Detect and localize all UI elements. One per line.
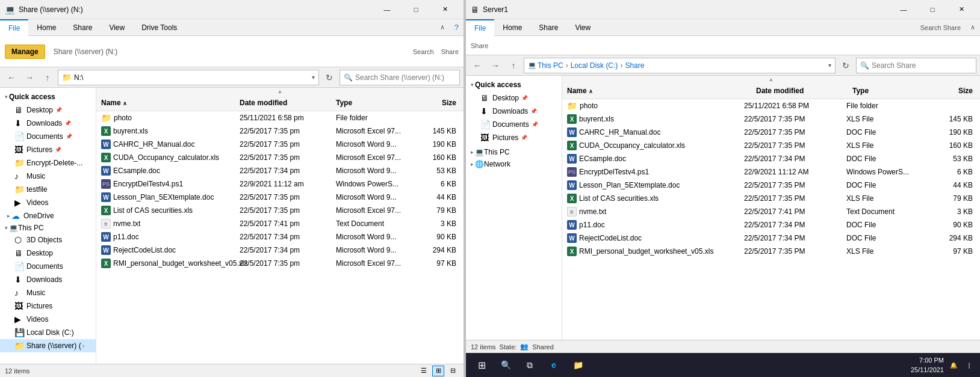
- sidebar-item-share[interactable]: 📁 Share (\\server) ( ›: [0, 339, 96, 352]
- breadcrumb-share[interactable]: Share: [625, 61, 644, 70]
- up-button[interactable]: ↑: [40, 70, 55, 85]
- tab-home[interactable]: Home: [28, 19, 64, 36]
- address-input[interactable]: [74, 73, 309, 82]
- r-sidebar-desktop[interactable]: 🖥 Desktop 📌: [466, 91, 562, 105]
- col-header-size[interactable]: Size: [415, 97, 464, 108]
- table-row[interactable]: W Lesson_Plan_5EXtemplate.doc 22/5/2017 …: [562, 179, 980, 192]
- table-row[interactable]: 📁 photo 25/11/2021 6:58 pm File folder: [96, 111, 464, 124]
- r-forward-button[interactable]: →: [488, 58, 503, 73]
- sidebar-item-downloads[interactable]: ⬇ Downloads 📌: [0, 117, 96, 130]
- sidebar-item-encrypt[interactable]: 📁 Encrypt-Delete-...: [0, 156, 96, 170]
- sidebar-item-videos2[interactable]: ▶ Videos: [0, 313, 96, 326]
- r-sidebar-documents[interactable]: 📄 Documents 📌: [466, 118, 562, 131]
- address-dropdown-icon[interactable]: ▾: [312, 74, 315, 81]
- sidebar-item-desktop2[interactable]: 🖥 Desktop: [0, 247, 96, 260]
- r-col-header-size[interactable]: Size: [932, 85, 980, 96]
- r-thispc-header[interactable]: ▸ 💻 This PC: [466, 147, 562, 158]
- sidebar-item-documents[interactable]: 📄 Documents 📌: [0, 130, 96, 143]
- r-tab-share[interactable]: Share: [530, 19, 566, 36]
- back-button[interactable]: ←: [4, 70, 19, 85]
- r-refresh-button[interactable]: ↻: [838, 58, 854, 73]
- table-row[interactable]: X CUDA_Occupancy_calculator.xls 22/5/201…: [562, 139, 980, 152]
- taskbar-search-btn[interactable]: 🔍: [495, 354, 516, 376]
- breadcrumb-dropdown[interactable]: ▾: [828, 62, 831, 69]
- sidebar-item-onedrive[interactable]: ▸ ☁ OneDrive: [0, 209, 96, 222]
- tab-file[interactable]: File: [0, 19, 28, 36]
- table-row[interactable]: X CUDA_Occupancy_calculator.xls 22/5/201…: [96, 151, 464, 164]
- tab-share[interactable]: Share: [64, 19, 101, 36]
- help-button[interactable]: ?: [450, 19, 464, 35]
- r-sidebar-pictures[interactable]: 🖼 Pictures 📌: [466, 131, 562, 144]
- sidebar-item-pictures[interactable]: 🖼 Pictures 📌: [0, 143, 96, 156]
- this-pc-header[interactable]: ▾ 💻 This PC: [0, 222, 96, 233]
- col-header-type[interactable]: Type: [331, 97, 415, 108]
- table-row[interactable]: W ECsample.doc 22/5/2017 7:34 pm Microso…: [96, 164, 464, 177]
- table-row[interactable]: W CAHRC_HR_Manual.doc 22/5/2017 7:35 PM …: [562, 126, 980, 139]
- tab-drivetools[interactable]: Drive Tools: [133, 19, 185, 36]
- table-row[interactable]: W Lesson_Plan_5EXtemplate.doc 22/5/2017 …: [96, 191, 464, 204]
- sidebar-item-downloads2[interactable]: ⬇ Downloads: [0, 273, 96, 286]
- ribbon-collapse-btn[interactable]: ∧: [435, 19, 450, 35]
- sidebar-item-pictures2[interactable]: 🖼 Pictures: [0, 299, 96, 313]
- r-col-header-name[interactable]: Name ∧: [562, 85, 751, 96]
- r-ribbon-collapse-btn[interactable]: ∧: [966, 19, 980, 35]
- sidebar-item-3dobjects[interactable]: ⬡ 3D Objects: [0, 233, 96, 247]
- sidebar-item-desktop[interactable]: 🖥 Desktop 📌: [0, 103, 96, 117]
- refresh-button[interactable]: ↻: [321, 70, 337, 85]
- minimize-button[interactable]: —: [373, 1, 401, 18]
- table-row[interactable]: X buyrent.xls 22/5/2017 7:35 pm Microsof…: [96, 124, 464, 138]
- table-row[interactable]: X RMI_personal_budget_worksheet_v05.xls …: [96, 257, 464, 270]
- table-row[interactable]: X List of CAS securities.xls 22/5/2017 7…: [562, 192, 980, 205]
- close-button[interactable]: ✕: [431, 1, 459, 18]
- search-input[interactable]: [355, 73, 456, 82]
- table-row[interactable]: PS EncryptDelTestv4.ps1 22/9/2021 11:12 …: [562, 165, 980, 179]
- col-header-date[interactable]: Date modified: [235, 97, 331, 108]
- taskbar-taskview-btn[interactable]: ⧉: [519, 354, 541, 376]
- r-tab-view[interactable]: View: [566, 19, 599, 36]
- breadcrumb-localdisk[interactable]: Local Disk (C:): [571, 61, 618, 70]
- r-sidebar-downloads[interactable]: ⬇ Downloads 📌: [466, 105, 562, 118]
- r-tab-home[interactable]: Home: [494, 19, 530, 36]
- view-large-btn[interactable]: ⊟: [447, 366, 459, 376]
- sidebar-item-music2[interactable]: ♪ Music: [0, 286, 96, 299]
- table-row[interactable]: W RejectCodeList.doc 22/5/2017 7:34 pm M…: [96, 244, 464, 257]
- table-row[interactable]: ≡ nvme.txt 22/5/2017 7:41 PM Text Docume…: [562, 205, 980, 218]
- table-row[interactable]: X buyrent.xls 22/5/2017 7:35 PM XLS File…: [562, 112, 980, 126]
- view-list-btn[interactable]: ⊞: [432, 366, 444, 376]
- taskbar-edge-btn[interactable]: e: [543, 354, 565, 376]
- table-row[interactable]: W p11.doc 22/5/2017 7:34 pm Microsoft Wo…: [96, 230, 464, 244]
- r-col-header-type[interactable]: Type: [848, 85, 932, 96]
- taskbar-show-desktop-btn[interactable]: |: [963, 359, 975, 371]
- r-col-header-date[interactable]: Date modified: [751, 85, 848, 96]
- sidebar-item-testfile[interactable]: 📁 testfile: [0, 183, 96, 196]
- r-maximize-button[interactable]: □: [919, 1, 946, 18]
- table-row[interactable]: W ECsample.doc 22/5/2017 7:34 PM DOC Fil…: [562, 152, 980, 165]
- r-up-button[interactable]: ↑: [506, 58, 521, 73]
- r-minimize-button[interactable]: —: [890, 1, 917, 18]
- sort-collapse-arrow[interactable]: ▲: [278, 88, 283, 94]
- table-row[interactable]: PS EncryptDelTestv4.ps1 22/9/2021 11:12 …: [96, 177, 464, 191]
- manage-button[interactable]: Manage: [5, 44, 45, 59]
- table-row[interactable]: W CAHRC_HR_Manual.doc 22/5/2017 7:35 pm …: [96, 138, 464, 151]
- maximize-button[interactable]: □: [402, 1, 430, 18]
- table-row[interactable]: X List of CAS securities.xls 22/5/2017 7…: [96, 204, 464, 217]
- table-row[interactable]: ≡ nvme.txt 22/5/2017 7:41 pm Text Docume…: [96, 217, 464, 230]
- r-quick-access-header[interactable]: ▾ Quick access: [466, 78, 562, 91]
- r-search-input[interactable]: [872, 61, 972, 70]
- taskbar-notification-icon[interactable]: 🔔: [946, 359, 961, 371]
- r-network-header[interactable]: ▸ 🌐 Network: [466, 159, 562, 170]
- sidebar-item-music[interactable]: ♪ Music: [0, 170, 96, 183]
- quick-access-header[interactable]: ▾ Quick access: [0, 90, 96, 103]
- tab-view[interactable]: View: [101, 19, 133, 36]
- view-details-btn[interactable]: ☰: [418, 366, 430, 376]
- sidebar-item-videos[interactable]: ▶ Videos: [0, 196, 96, 209]
- table-row[interactable]: 📁 photo 25/11/2021 6:58 PM File folder: [562, 99, 980, 112]
- sidebar-item-documents2[interactable]: 📄 Documents: [0, 260, 96, 273]
- col-header-name[interactable]: Name ∧: [96, 97, 235, 108]
- r-tab-file[interactable]: File: [466, 19, 494, 36]
- table-row[interactable]: W p11.doc 22/5/2017 7:34 PM DOC File 90 …: [562, 218, 980, 231]
- forward-button[interactable]: →: [22, 70, 37, 85]
- taskbar-windows-btn[interactable]: ⊞: [471, 354, 492, 376]
- table-row[interactable]: W RejectCodeList.doc 22/5/2017 7:34 PM D…: [562, 231, 980, 245]
- r-back-button[interactable]: ←: [470, 58, 485, 73]
